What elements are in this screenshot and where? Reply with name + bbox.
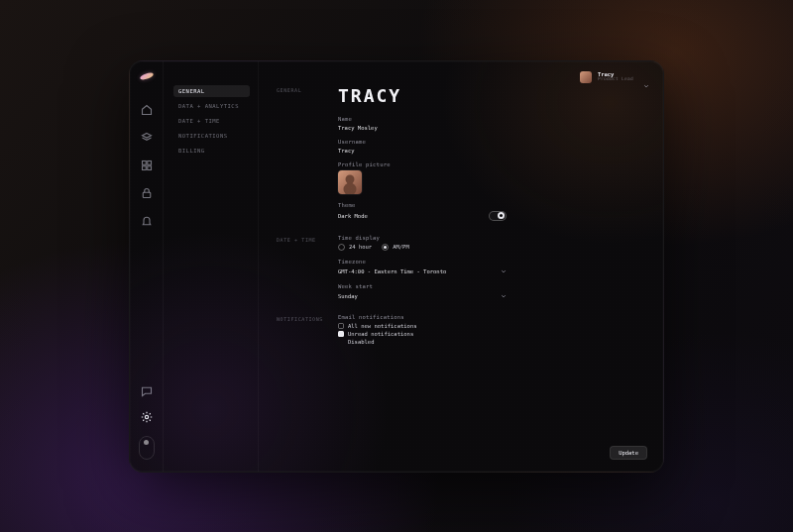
chevron-down-icon: [643, 74, 649, 80]
chat-icon[interactable]: [140, 384, 154, 398]
settings-subnav: General Data + Analytics Date + Time Not…: [164, 61, 259, 472]
timezone-label: Timezone: [338, 259, 645, 265]
week-start-select[interactable]: Sunday: [338, 292, 507, 300]
week-start-label: Week start: [338, 283, 645, 289]
theme-toggle[interactable]: [489, 211, 507, 221]
section-label-datetime: Date + Time: [277, 237, 338, 243]
picture-label: Profile picture: [338, 161, 645, 167]
name-value[interactable]: Tracy Mosley: [338, 125, 645, 131]
notif-option-all[interactable]: All new notifications: [338, 323, 645, 329]
user-role: Product Lead: [598, 77, 633, 82]
svg-rect-2: [142, 165, 146, 169]
section-label-notifications: Notifications: [277, 316, 338, 322]
theme-label: Theme: [338, 202, 645, 208]
grid-icon[interactable]: [140, 159, 154, 172]
radio-ampm[interactable]: AM/PM: [382, 244, 409, 251]
main-content: General TRACY Name Tracy Mosley Username…: [259, 61, 663, 472]
theme-value: Dark Mode: [338, 213, 368, 219]
avatar: [580, 71, 592, 83]
notif-option-disabled[interactable]: Disabled: [338, 339, 645, 345]
layers-icon[interactable]: [140, 131, 154, 145]
chevron-down-icon: [501, 268, 507, 274]
subnav-item-billing[interactable]: Billing: [173, 145, 250, 157]
name-label: Name: [338, 116, 645, 122]
home-icon[interactable]: [140, 103, 154, 117]
username-value[interactable]: Tracy: [338, 148, 645, 154]
scroll-indicator-icon: [139, 436, 155, 460]
username-label: Username: [338, 139, 645, 145]
svg-rect-0: [142, 160, 146, 164]
update-button[interactable]: Update: [610, 446, 647, 460]
sidebar: [130, 61, 164, 472]
lock-icon[interactable]: [140, 186, 154, 200]
subnav-item-data[interactable]: Data + Analytics: [173, 100, 250, 112]
subnav-item-general[interactable]: General: [173, 85, 250, 97]
app-window: Tracy Product Lead General Data + Analyt…: [129, 60, 664, 473]
svg-rect-1: [147, 160, 151, 164]
subnav-item-datetime[interactable]: Date + Time: [173, 115, 250, 127]
user-menu[interactable]: Tracy Product Lead: [580, 71, 649, 83]
notif-option-unread[interactable]: Unread notifications: [338, 331, 645, 337]
page-title: TRACY: [338, 85, 645, 106]
gear-icon[interactable]: [140, 410, 154, 424]
subnav-item-notifications[interactable]: Notifications: [173, 130, 250, 142]
svg-rect-3: [147, 165, 151, 169]
svg-point-5: [145, 415, 148, 418]
logo-icon: [139, 71, 154, 81]
section-label-general: General: [277, 87, 338, 93]
profile-picture[interactable]: [338, 170, 362, 194]
bell-icon[interactable]: [140, 214, 154, 228]
time-display-label: Time display: [338, 235, 645, 241]
email-notif-label: Email notifications: [338, 314, 645, 320]
timezone-select[interactable]: GMT-4:00 - Eastern Time - Toronto: [338, 267, 507, 275]
svg-rect-4: [143, 192, 151, 197]
chevron-down-icon: [501, 293, 507, 299]
radio-24h[interactable]: 24 hour: [338, 244, 372, 251]
